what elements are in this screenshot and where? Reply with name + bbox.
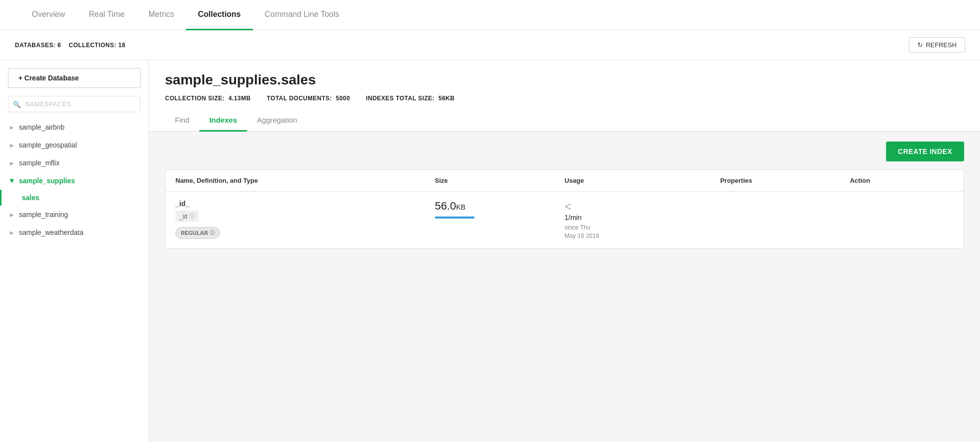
sidebar-item-sample_training[interactable]: ▶ sample_training [0,206,149,223]
stats-summary: DATABASES: 6 COLLECTIONS: 18 [15,42,125,49]
tab-indexes[interactable]: Indexes [199,110,247,132]
nav-realtime[interactable]: Real Time [77,0,137,30]
chevron-icon: ▶ [10,230,14,235]
collections-count: 18 [118,42,125,49]
size-stat: COLLECTION SIZE: 4.13MB [165,95,251,102]
size-unit: KB [456,203,466,211]
collections-label: COLLECTIONS: [69,42,116,49]
col-usage-header: Usage [565,177,720,184]
info-icon[interactable]: ⓘ [189,213,195,220]
search-input[interactable] [8,96,141,112]
index-size-cell: 56.0KB [435,200,565,219]
field-name: _id [179,213,187,220]
indexes-panel: CREATE INDEX Name, Definition, and Type … [149,132,980,442]
sidebar-item-sample_geospatial[interactable]: ▶ sample_geospatial [0,136,149,154]
chevron-icon: ▶ [10,125,14,130]
index-name: _id_ [175,200,435,208]
top-navigation: Overview Real Time Metrics Collections C… [0,0,980,30]
usage-rate: 1/min [565,214,720,221]
col-size-header: Size [435,177,565,184]
size-bar [435,217,475,219]
indexes-value: 56KB [438,95,455,102]
databases-label: DATABASES: [15,42,56,49]
nav-overview[interactable]: Overview [20,0,77,30]
chevron-icon: ▶ [10,160,14,166]
size-number: 56.0 [435,200,456,212]
create-database-button[interactable]: + Create Database [8,68,141,88]
docs-label: TOTAL DOCUMENTS: [267,95,332,102]
index-size-value: 56.0KB [435,200,565,213]
database-list: ▶ sample_airbnb ▶ sample_geospatial ▶ sa… [0,118,149,442]
sidebar-item-sales[interactable]: sales [0,190,149,206]
type-label: REGULAR [181,230,208,236]
nav-collections[interactable]: Collections [186,0,252,30]
db-name: sample_supplies [19,177,75,185]
create-index-row: CREATE INDEX [165,142,964,161]
size-label: COLLECTION SIZE: [165,95,225,102]
refresh-label: REFRESH [926,41,957,49]
tab-aggregation[interactable]: Aggregation [247,110,307,132]
index-type-badge: REGULAR ⓘ [175,227,220,239]
sidebar-item-sample_airbnb[interactable]: ▶ sample_airbnb [0,118,149,136]
collection-name: sales [22,194,39,202]
usage-since: since Thu May 16 2019 [565,223,720,240]
collection-header: sample_supplies.sales COLLECTION SIZE: 4… [149,60,980,110]
refresh-icon: ↻ [917,41,923,49]
sidebar-item-sample_weatherdata[interactable]: ▶ sample_weatherdata [0,223,149,241]
namespace-search: 🔍 [8,96,141,112]
size-value: 4.13MB [229,95,251,102]
usage-since-line1: since Thu [565,224,590,231]
refresh-button[interactable]: ↻ REFRESH [909,37,965,53]
usage-since-line2: May 16 2019 [565,232,599,239]
index-name-cell: _id_ _id ⓘ REGULAR ⓘ [175,200,435,239]
chevron-down-icon: ▶ [9,179,15,183]
info-icon[interactable]: ⓘ [210,229,215,236]
index-usage-cell: < 1/min since Thu May 16 2019 [565,200,720,240]
usage-less: < [565,200,720,214]
col-properties-header: Properties [720,177,850,184]
collection-list-sample_supplies: sales [0,190,149,206]
docs-value: 5000 [336,95,350,102]
nav-cmdtools[interactable]: Command Line Tools [253,0,351,30]
index-table: Name, Definition, and Type Size Usage Pr… [165,169,964,249]
table-header: Name, Definition, and Type Size Usage Pr… [165,170,964,192]
nav-metrics[interactable]: Metrics [137,0,186,30]
col-name-header: Name, Definition, and Type [175,177,435,184]
search-icon: 🔍 [13,100,21,108]
table-row: _id_ _id ⓘ REGULAR ⓘ [165,192,964,248]
sidebar: + Create Database 🔍 ▶ sample_airbnb ▶ sa… [0,60,149,442]
sub-tabs: Find Indexes Aggregation [149,110,980,132]
db-name: sample_geospatial [19,141,77,149]
docs-stat: TOTAL DOCUMENTS: 5000 [267,95,350,102]
collection-stats: COLLECTION SIZE: 4.13MB TOTAL DOCUMENTS:… [165,95,964,102]
sidebar-item-sample_mflix[interactable]: ▶ sample_mflix [0,154,149,172]
db-name: sample_training [19,211,68,219]
main-layout: + Create Database 🔍 ▶ sample_airbnb ▶ sa… [0,60,980,442]
indexes-label: INDEXES TOTAL SIZE: [366,95,434,102]
col-action-header: Action [850,177,954,184]
create-index-button[interactable]: CREATE INDEX [886,142,964,161]
sidebar-item-sample_supplies[interactable]: ▶ sample_supplies [0,172,149,190]
indexes-stat: INDEXES TOTAL SIZE: 56KB [366,95,455,102]
db-name: sample_mflix [19,159,60,167]
tab-find[interactable]: Find [165,110,199,132]
stats-bar: DATABASES: 6 COLLECTIONS: 18 ↻ REFRESH [0,30,980,60]
databases-count: 6 [58,42,61,49]
index-field: _id ⓘ [175,211,199,222]
collection-title: sample_supplies.sales [165,72,964,88]
db-name: sample_airbnb [19,123,65,131]
db-name: sample_weatherdata [19,228,83,236]
main-content: sample_supplies.sales COLLECTION SIZE: 4… [149,60,980,442]
chevron-icon: ▶ [10,212,14,218]
chevron-icon: ▶ [10,143,14,148]
